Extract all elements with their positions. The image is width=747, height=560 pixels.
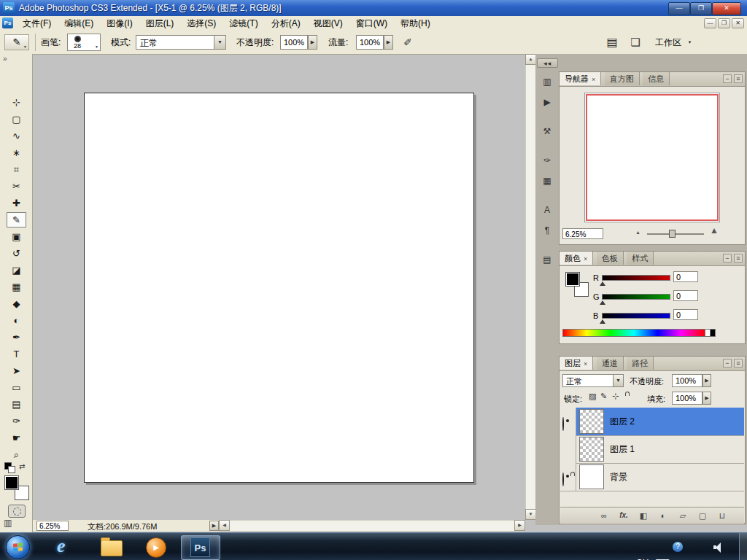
flow-input[interactable]: 100%: [356, 35, 384, 50]
workspace-button[interactable]: 工作区 ▼: [655, 34, 692, 50]
toolbox-grip[interactable]: »: [3, 55, 7, 63]
tray-expand-icon[interactable]: ▲: [689, 549, 694, 560]
layer-visibility-toggle[interactable]: [560, 435, 576, 463]
slider-thumb[interactable]: [600, 281, 605, 286]
paragraph-panel-icon[interactable]: ¶: [538, 222, 557, 239]
layer-thumbnail[interactable]: [579, 437, 604, 462]
panel-minimize-button[interactable]: −: [723, 359, 732, 368]
tab-info[interactable]: 信息: [643, 72, 670, 85]
path-selection-tool[interactable]: ➤: [7, 363, 26, 378]
doc-restore-button[interactable]: ❐: [718, 18, 730, 28]
lock-image-icon[interactable]: ✎: [600, 392, 607, 401]
panel-minimize-button[interactable]: −: [723, 74, 732, 83]
delete-layer-icon[interactable]: ⊔: [715, 510, 729, 521]
channel-r-slider[interactable]: [602, 275, 670, 281]
document-canvas[interactable]: [84, 93, 474, 483]
blur-tool[interactable]: ◆: [7, 296, 26, 311]
navigator-view-box[interactable]: [586, 94, 719, 221]
layer-thumbnail[interactable]: [579, 464, 604, 489]
language-indicator[interactable]: CH: [636, 549, 649, 560]
screen-mode-button[interactable]: ▥: [4, 518, 12, 528]
layer-group-icon[interactable]: ▱: [676, 510, 690, 521]
start-button[interactable]: [6, 535, 30, 559]
lasso-tool[interactable]: ∿: [7, 128, 26, 144]
slice-tool[interactable]: ✂: [7, 179, 26, 194]
scroll-left-button[interactable]: ◀: [219, 520, 230, 531]
layer-visibility-toggle[interactable]: [560, 408, 576, 435]
fill-input[interactable]: 100%: [672, 392, 703, 405]
panel-menu-button[interactable]: ≡: [734, 254, 743, 262]
menu-layer[interactable]: 图层(L): [139, 16, 181, 31]
brushes-panel-icon[interactable]: ✑: [538, 152, 557, 169]
color-spectrum-ramp[interactable]: [562, 329, 705, 337]
scroll-right-button[interactable]: ▶: [514, 520, 525, 531]
new-layer-icon[interactable]: ▢: [695, 510, 710, 521]
menu-view[interactable]: 视图(V): [307, 16, 349, 31]
channel-g-input[interactable]: 0: [673, 290, 698, 301]
tab-channels[interactable]: 通道: [597, 357, 624, 370]
tab-styles[interactable]: 样式: [627, 252, 654, 265]
close-button[interactable]: ✕: [712, 2, 741, 15]
history-brush-tool[interactable]: ↺: [7, 246, 26, 261]
lock-position-icon[interactable]: ⊹: [612, 392, 619, 401]
tab-color[interactable]: 颜色×: [560, 252, 593, 265]
dodge-tool[interactable]: ◐: [7, 313, 26, 328]
tab-histogram[interactable]: 直方图: [605, 72, 640, 85]
swap-colors-icon[interactable]: ⇄: [19, 462, 25, 470]
info-panel-icon[interactable]: ▤: [538, 251, 557, 268]
photoshop-taskbar-button[interactable]: Ps: [181, 535, 220, 560]
layer-row-body[interactable]: 图层 1: [576, 435, 744, 463]
slider-thumb[interactable]: [600, 319, 605, 324]
palette-well-button[interactable]: ▤: [604, 34, 620, 50]
volume-icon[interactable]: [713, 542, 725, 552]
tool-presets-panel-icon[interactable]: ⚒: [538, 122, 557, 140]
navigator-zoom-input[interactable]: 6.25%: [562, 228, 603, 239]
horizontal-scrollbar[interactable]: ◀ ▶: [219, 520, 525, 532]
layer-mask-icon[interactable]: ◧: [636, 510, 651, 521]
healing-brush-tool[interactable]: ✚: [7, 195, 26, 211]
quick-mask-button[interactable]: [8, 505, 26, 518]
foreground-color-swatch[interactable]: [565, 272, 580, 287]
airbrush-button[interactable]: ✐: [400, 34, 416, 50]
explorer-taskbar-icon[interactable]: [101, 540, 123, 556]
layer-row-2[interactable]: 图层 2: [560, 408, 744, 436]
channel-g-slider[interactable]: [602, 294, 670, 300]
tab-layers[interactable]: 图层×: [560, 357, 593, 370]
default-colors-icon[interactable]: [4, 462, 15, 472]
slider-thumb[interactable]: [669, 230, 676, 238]
layer-row-1[interactable]: 图层 1: [560, 435, 744, 464]
channel-r-input[interactable]: 0: [673, 271, 698, 282]
adjustment-layer-icon[interactable]: ◐: [656, 510, 670, 521]
menu-file[interactable]: 文件(F): [16, 16, 58, 31]
menu-analysis[interactable]: 分析(A): [265, 16, 307, 31]
channel-b-input[interactable]: 0: [673, 309, 698, 320]
tool-preset-button[interactable]: ✎ ▼: [4, 34, 29, 50]
zoom-input[interactable]: 6.25%: [36, 521, 69, 531]
layer-thumbnail[interactable]: [579, 409, 604, 434]
zoom-in-icon[interactable]: ▲: [710, 225, 719, 236]
menu-select[interactable]: 选择(S): [180, 16, 222, 31]
brush-tool[interactable]: ✎: [7, 212, 26, 228]
layer-visibility-toggle[interactable]: [560, 463, 576, 491]
menu-window[interactable]: 窗口(W): [349, 16, 394, 31]
panel-minimize-button[interactable]: −: [723, 254, 732, 262]
notes-tool[interactable]: ▤: [7, 397, 26, 412]
blend-mode-select[interactable]: 正常 ▼: [562, 374, 624, 387]
type-tool[interactable]: T: [7, 346, 26, 362]
panel-menu-button[interactable]: ≡: [734, 359, 743, 368]
keyboard-icon[interactable]: ⌨: [655, 549, 670, 560]
tab-paths[interactable]: 路径: [627, 357, 654, 370]
actions-panel-icon[interactable]: ▶: [538, 93, 557, 111]
link-layers-icon[interactable]: ∞: [597, 510, 611, 521]
zoom-out-icon[interactable]: ▲: [635, 230, 640, 235]
wmp-taskbar-icon[interactable]: ▶: [146, 537, 166, 558]
character-panel-icon[interactable]: A: [538, 201, 557, 219]
gradient-tool[interactable]: ▦: [7, 279, 26, 295]
navigator-zoom-slider[interactable]: [647, 233, 704, 235]
menu-filter[interactable]: 滤镜(T): [222, 16, 264, 31]
eyedropper-tool[interactable]: ✑: [7, 413, 26, 429]
layer-effects-icon[interactable]: fx.: [616, 510, 631, 521]
maximize-button[interactable]: ❐: [690, 2, 712, 15]
opacity-spinner[interactable]: ▶: [308, 35, 317, 50]
status-menu-button[interactable]: ▶: [209, 521, 219, 531]
